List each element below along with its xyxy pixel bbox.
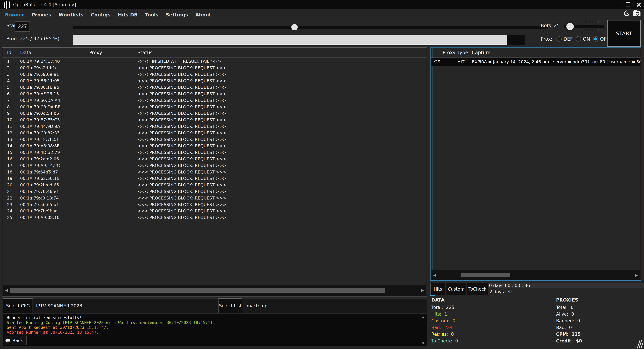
table-row[interactable]: 100:1A:79:B4:C7:40<<< FINISHED WITH RESU…	[2, 58, 427, 65]
data-stats-rows: Total:225Hits:1Custom:0Bad:224Retries:0T…	[431, 304, 458, 344]
table-row[interactable]: 2300:1a:79:56:65:a1<<< PROCESSING BLOCK:…	[2, 201, 427, 208]
menu-item-configs[interactable]: Configs	[91, 12, 110, 18]
table-row[interactable]: 200:1a:79:a2:fd:1c<<< PROCESSING BLOCK: …	[2, 65, 427, 71]
radio-checked-dot	[594, 38, 597, 41]
table-row[interactable]: 2500:1A:79:A9:08:10<<< PROCESSING BLOCK:…	[2, 214, 427, 221]
table-row[interactable]: 400:1A:79:B6:11:05<<< PROCESSING BLOCK: …	[2, 78, 427, 84]
cell-id: 24	[7, 208, 12, 214]
start-input[interactable]: 227	[15, 22, 30, 32]
menu-item-about[interactable]: About	[196, 12, 211, 18]
start-runner-button[interactable]: START	[608, 20, 641, 47]
cell-id: 19	[7, 175, 12, 182]
minimize-button[interactable]	[612, 0, 622, 10]
prox-def-radio[interactable]	[556, 36, 562, 42]
scroll-right-icon[interactable]: ▶	[421, 288, 424, 292]
tab-tocheck[interactable]: ToCheck	[467, 283, 488, 295]
maximize-icon	[626, 2, 630, 7]
camera-icon[interactable]	[633, 10, 641, 17]
column-header-proxy[interactable]: Proxy	[89, 50, 102, 55]
maximize-button[interactable]	[623, 0, 633, 10]
table-row[interactable]: 1400:1A:79:A8:08:8E<<< PROCESSING BLOCK:…	[2, 143, 427, 149]
table-row[interactable]: 1900:1A:79:62:56:1B<<< PROCESSING BLOCK:…	[2, 175, 427, 182]
slider-tick	[602, 29, 602, 31]
table-row[interactable]: 600:1A:79:AF:26:15<<< PROCESSING BLOCK: …	[2, 91, 427, 97]
cell-data: 00:1A:79:44:9D:9A	[20, 123, 60, 130]
table-row[interactable]: 900:1a:79:0d:54:b5<<< PROCESSING BLOCK: …	[2, 110, 427, 117]
table-row[interactable]: 1100:1A:79:44:9D:9A<<< PROCESSING BLOCK:…	[2, 123, 427, 130]
table-row[interactable]: 2000:1a:79:2b:ed:65<<< PROCESSING BLOCK:…	[2, 182, 427, 188]
scroll-left-icon[interactable]: ◀	[5, 288, 8, 292]
hits-scroll-right-icon[interactable]: ▶	[635, 273, 638, 277]
back-arrow-icon	[5, 338, 11, 343]
log-scroll-down-icon[interactable]: ▼	[422, 341, 424, 345]
table-row[interactable]: 300:1a:79:59:09:a1<<< PROCESSING BLOCK: …	[2, 71, 427, 78]
table-row[interactable]: 1800:1a:79:64:f5:d7<<< PROCESSING BLOCK:…	[2, 169, 427, 176]
column-header-hit-type[interactable]: Type	[457, 50, 468, 55]
table-row[interactable]: 800:1A:79:C3:DA:BB<<< PROCESSING BLOCK: …	[2, 104, 427, 110]
column-header-status[interactable]: Status	[138, 50, 152, 55]
menu-item-runner[interactable]: Runner	[5, 12, 24, 18]
bots-label: Bots:	[541, 23, 552, 28]
table-row[interactable]: 1300:1A:79:12:7E:5F<<< PROCESSING BLOCK:…	[2, 136, 427, 143]
hit-row[interactable]: :29HITEXPIRA = January 14, 2024, 2:46 pm…	[431, 58, 640, 66]
table-row[interactable]: 1500:1A:79:4D:32:79<<< PROCESSING BLOCK:…	[2, 149, 427, 156]
stat-label: Custom:	[431, 318, 450, 323]
tab-hits[interactable]: Hits	[430, 283, 446, 295]
stat-label: Credit:	[556, 338, 573, 343]
stat-value: 0	[455, 338, 458, 343]
menu-item-settings[interactable]: Settings	[166, 12, 188, 18]
table-row[interactable]: 2200:1a:79:c3:18:74<<< PROCESSING BLOCK:…	[2, 195, 427, 201]
cell-data: 00:1a:79:56:65:a1	[20, 201, 59, 208]
column-header-hit-capture[interactable]: Capture	[472, 50, 490, 55]
column-header-data[interactable]: Data	[20, 50, 31, 55]
stat-cpm: CPM:225	[556, 331, 582, 337]
hit-cell-type: HIT	[458, 58, 464, 66]
slider-tick	[596, 21, 596, 23]
menu-item-proxies[interactable]: Proxies	[32, 12, 51, 18]
cell-data: 00:1A:79:4D:32:79	[20, 149, 60, 156]
slider-tick	[593, 29, 593, 31]
prox-off-radio[interactable]	[593, 36, 598, 42]
cell-status: <<< PROCESSING BLOCK: REQUEST >>>	[138, 84, 226, 91]
results-hscrollbar-thumb[interactable]	[10, 288, 385, 293]
bots-slider-ticks-top	[566, 21, 602, 23]
table-row[interactable]: 1000:1A:79:B7:E5:C3<<< PROCESSING BLOCK:…	[2, 117, 427, 123]
table-row[interactable]: 2100:1a:79:70:46:e1<<< PROCESSING BLOCK:…	[2, 188, 427, 195]
tab-custom[interactable]: Custom	[446, 283, 466, 295]
results-hscrollbar[interactable]: ◀ ▶	[3, 285, 426, 296]
back-button[interactable]: Back	[3, 336, 27, 345]
column-header-hit-proxy[interactable]: Proxy	[442, 50, 456, 55]
table-row[interactable]: 500:1a:79:86:16:9b<<< PROCESSING BLOCK: …	[2, 84, 427, 91]
table-row[interactable]: 700:1A:79:50:DA:A4<<< PROCESSING BLOCK: …	[2, 97, 427, 104]
bots-value: 25	[554, 23, 560, 28]
table-row[interactable]: 1700:1A:79:A9:14:2C<<< PROCESSING BLOCK:…	[2, 162, 427, 169]
close-button[interactable]	[634, 0, 644, 10]
column-header-id[interactable]: Id	[7, 50, 12, 55]
cell-data: 00:1A:79:C3:DA:BB	[20, 104, 60, 110]
stat-bad: Bad:224	[431, 324, 458, 331]
prox-on-radio[interactable]	[576, 36, 581, 42]
start-slider-thumb[interactable]	[291, 24, 298, 30]
menu-item-tools[interactable]: Tools	[145, 12, 158, 18]
results-rows: 100:1A:79:B4:C7:40<<< FINISHED WITH RESU…	[2, 58, 427, 284]
table-row[interactable]: 1600:1a:79:2a:d2:06<<< PROCESSING BLOCK:…	[2, 156, 427, 162]
table-row[interactable]: 2400:1a:79:7b:9f:ad<<< PROCESSING BLOCK:…	[2, 208, 427, 214]
cell-status: <<< PROCESSING BLOCK: REQUEST >>>	[138, 162, 226, 169]
select-cfg-button[interactable]: Select CFG	[3, 298, 33, 313]
back-button-label: Back	[12, 338, 23, 343]
hits-hscrollbar-thumb[interactable]	[461, 273, 510, 277]
log-scroll-up-icon[interactable]: ▲	[422, 315, 424, 319]
start-slider-track[interactable]	[73, 26, 548, 29]
table-row[interactable]: 1200:1A:79:C0:82:33<<< PROCESSING BLOCK:…	[2, 130, 427, 136]
menu-item-wordlists[interactable]: Wordlists	[58, 12, 84, 18]
cell-data: 00:1A:79:B4:C7:40	[20, 58, 60, 65]
cell-status: <<< PROCESSING BLOCK: REQUEST >>>	[138, 104, 226, 110]
hits-scroll-left-icon[interactable]: ◀	[433, 273, 436, 277]
cell-status: <<< PROCESSING BLOCK: REQUEST >>>	[138, 169, 226, 176]
history-icon[interactable]	[623, 10, 630, 17]
cell-id: 23	[7, 201, 12, 208]
menu-item-hits-db[interactable]: Hits DB	[118, 12, 138, 18]
select-list-button[interactable]: Select List	[218, 298, 242, 313]
header-separator	[2, 58, 427, 58]
hits-hscrollbar[interactable]: ◀ ▶	[431, 270, 640, 280]
